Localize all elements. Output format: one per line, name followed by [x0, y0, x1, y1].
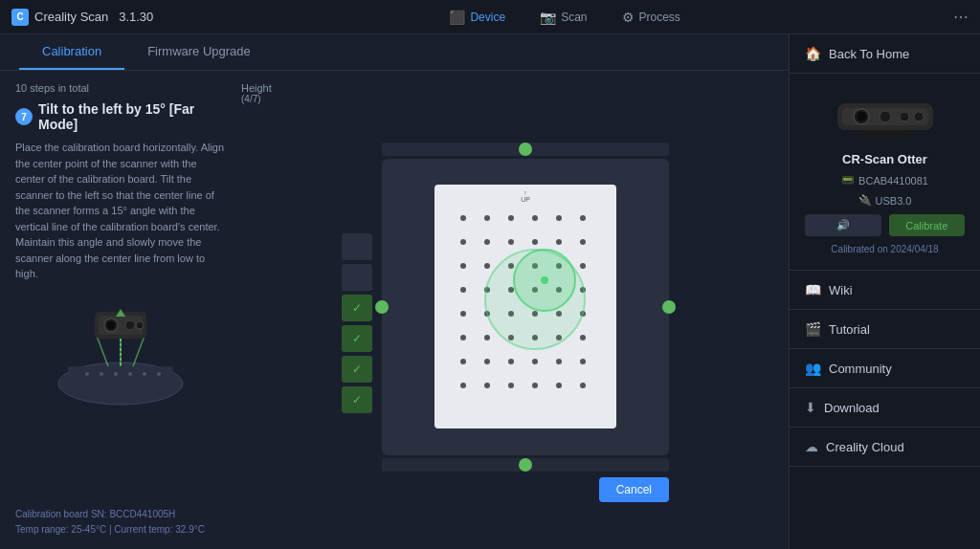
- svg-point-74: [880, 111, 891, 122]
- cloud-icon: ☁: [805, 439, 818, 454]
- svg-point-69: [541, 276, 548, 284]
- step-box-4: [342, 325, 372, 352]
- step-indicators: [342, 233, 372, 413]
- calibration-board: ↑UP: [434, 185, 616, 428]
- board-area: Height (4/7): [237, 82, 773, 538]
- nav-device[interactable]: ⬛ Device: [434, 6, 521, 29]
- svg-point-27: [508, 239, 514, 245]
- tab-firmware[interactable]: Firmware Upgrade: [124, 34, 274, 70]
- svg-point-36: [580, 263, 586, 269]
- sidebar-cloud[interactable]: ☁ Creality Cloud: [790, 428, 980, 467]
- svg-point-15: [125, 320, 135, 330]
- step-description: Place the calibration board horizontally…: [15, 140, 226, 282]
- device-card: CR-Scan Otter 📟 BCAB4410081 🔌 USB3.0 🔊 C…: [790, 74, 980, 271]
- svg-point-37: [460, 287, 466, 293]
- svg-point-30: [580, 239, 586, 245]
- app-logo: C Creality Scan 3.1.30: [11, 9, 153, 26]
- svg-point-43: [460, 311, 466, 317]
- svg-point-54: [580, 335, 586, 340]
- step-box-3: [342, 295, 372, 321]
- svg-point-32: [484, 263, 490, 269]
- calibration-info: 10 steps in total 7 Tilt to the left by …: [15, 82, 226, 538]
- serial-icon: 📟: [841, 174, 855, 187]
- svg-point-16: [136, 321, 144, 329]
- svg-point-5: [128, 372, 132, 376]
- step-box-1: [342, 233, 372, 260]
- svg-point-24: [580, 215, 586, 221]
- home-icon: 🏠: [805, 46, 821, 61]
- cancel-button[interactable]: Cancel: [599, 477, 669, 502]
- sidebar-download[interactable]: ⬇ Download: [790, 388, 980, 428]
- topbar: C Creality Scan 3.1.30 ⬛ Device 📷 Scan ⚙…: [0, 0, 980, 34]
- device-nav-icon: ⬛: [449, 10, 465, 25]
- calibrate-button[interactable]: Calibrate: [889, 214, 966, 236]
- nav-process[interactable]: ⚙ Process: [607, 6, 696, 29]
- bottom-slider-thumb[interactable]: [519, 458, 532, 472]
- svg-point-62: [484, 383, 490, 388]
- svg-point-2: [85, 372, 89, 376]
- svg-point-61: [460, 383, 466, 388]
- steps-total: 10 steps in total: [15, 82, 226, 94]
- svg-point-76: [914, 112, 924, 121]
- tabs-bar: Calibration Firmware Upgrade: [0, 34, 789, 71]
- app-version: 3.1.30: [119, 10, 153, 24]
- tab-calibration[interactable]: Calibration: [19, 34, 124, 70]
- svg-point-49: [460, 335, 466, 340]
- sidebar-community[interactable]: 👥 Community: [790, 349, 980, 388]
- tutorial-icon: 🎬: [805, 321, 821, 337]
- scanner-svg: [39, 297, 202, 412]
- sound-button[interactable]: 🔊: [805, 214, 881, 236]
- full-calib-area: ↑ ↑UP: [382, 139, 669, 508]
- left-dot: [375, 300, 389, 314]
- main-layout: Calibration Firmware Upgrade 10 steps in…: [0, 34, 980, 549]
- bottom-track[interactable]: [382, 458, 669, 472]
- svg-point-25: [460, 239, 466, 245]
- board-with-steps: ↑ ↑UP: [342, 108, 669, 538]
- right-sidebar: 🏠 Back To Home CR-Scan Otter 📟 BCAB44100…: [789, 34, 980, 549]
- svg-point-56: [484, 359, 490, 364]
- wiki-icon: 📖: [805, 282, 821, 297]
- device-image: [833, 89, 938, 144]
- step-title-row: 7 Tilt to the left by 15° [Far Mode]: [15, 101, 226, 132]
- svg-point-75: [900, 112, 909, 121]
- svg-point-73: [857, 112, 866, 121]
- calibration-content: 10 steps in total 7 Tilt to the left by …: [0, 71, 789, 549]
- dot-grid: [434, 185, 616, 428]
- step-box-6: [342, 386, 372, 413]
- svg-point-19: [460, 215, 466, 221]
- svg-point-59: [556, 359, 562, 364]
- svg-point-6: [143, 372, 146, 376]
- step-name: Tilt to the left by 15° [Far Mode]: [38, 101, 226, 132]
- settings-button[interactable]: ⋯: [953, 8, 969, 26]
- device-serial: 📟 BCAB4410081: [841, 174, 928, 187]
- svg-point-7: [157, 372, 161, 376]
- device-connection: 🔌 USB3.0: [858, 194, 912, 207]
- svg-point-50: [484, 335, 490, 340]
- cancel-row: Cancel: [382, 472, 669, 508]
- calibrated-date: Calibrated on 2024/04/18: [831, 244, 938, 254]
- svg-rect-77: [861, 130, 909, 138]
- svg-point-65: [556, 383, 562, 388]
- svg-point-4: [114, 372, 118, 376]
- svg-point-21: [508, 215, 514, 221]
- sidebar-wiki[interactable]: 📖 Wiki: [790, 271, 980, 310]
- back-home-link[interactable]: 🏠 Back To Home: [790, 34, 980, 74]
- sidebar-tutorial[interactable]: 🎬 Tutorial: [790, 310, 980, 349]
- step-box-2: [342, 264, 372, 291]
- top-track[interactable]: ↑: [382, 143, 669, 156]
- top-slider-thumb[interactable]: [519, 143, 532, 156]
- process-nav-icon: ⚙: [622, 10, 635, 25]
- board-sn: Calibration board SN: BCCD441005H: [15, 507, 226, 522]
- left-panel: Calibration Firmware Upgrade 10 steps in…: [0, 34, 789, 549]
- logo-icon: C: [11, 9, 29, 26]
- download-icon: ⬇: [805, 400, 816, 415]
- svg-point-3: [100, 372, 103, 376]
- step-number: 7: [15, 108, 33, 125]
- svg-point-66: [580, 383, 586, 388]
- svg-point-29: [556, 239, 562, 245]
- svg-point-26: [484, 239, 490, 245]
- top-nav: ⬛ Device 📷 Scan ⚙ Process: [176, 6, 953, 29]
- height-row: Height (4/7): [237, 82, 773, 104]
- device-name: CR-Scan Otter: [842, 152, 927, 166]
- nav-scan[interactable]: 📷 Scan: [524, 6, 602, 29]
